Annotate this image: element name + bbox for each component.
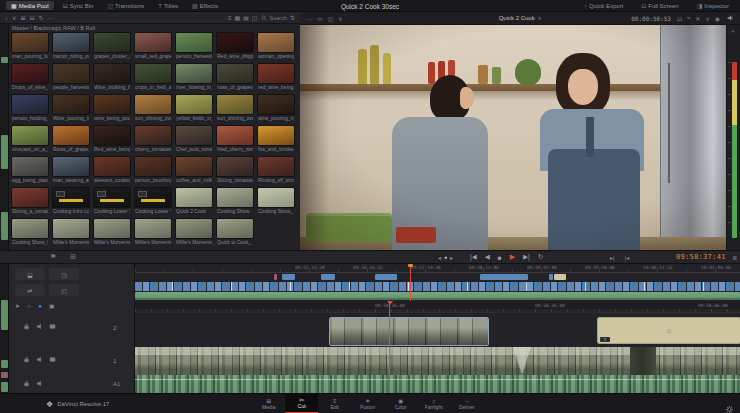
effects-button[interactable]: ▧ Effects — [187, 1, 223, 10]
titles-button[interactable]: T Titles — [153, 2, 183, 10]
bin-strip[interactable] — [0, 24, 9, 393]
loop-button[interactable]: ↻ — [538, 253, 543, 261]
inspector-button[interactable]: ◨ Inspector — [692, 1, 734, 10]
viewer-video[interactable] — [300, 25, 726, 250]
media-pool-button[interactable]: ▦ Media Pool — [6, 1, 54, 10]
search-icon[interactable] — [261, 15, 267, 21]
viewer-options-icon[interactable]: ⋯ — [306, 15, 312, 22]
resolution-icon[interactable]: ▭ — [317, 15, 323, 22]
next-edit-icon[interactable]: ▸| — [610, 254, 615, 261]
fast-review-control[interactable]: ◂ ● ▸ — [438, 254, 453, 261]
camera-icon[interactable]: ≈ — [687, 15, 690, 22]
view-mode-icon[interactable]: ◫ — [328, 15, 334, 22]
media-clip[interactable]: vineyard_on_a_far... — [12, 126, 48, 150]
timeline-options-icon[interactable]: ≣ — [732, 254, 737, 261]
media-clip[interactable]: crops_in_field_at_... — [135, 64, 171, 88]
monitor-icon[interactable] — [49, 356, 56, 363]
lock-icon[interactable] — [23, 323, 30, 330]
media-clip[interactable]: red_wine_being_p... — [258, 64, 294, 88]
media-clip[interactable]: Cooking Lower Thi... — [94, 188, 130, 212]
snap-enabled-icon[interactable]: ● — [38, 303, 42, 309]
flag-icon[interactable]: ⚑ — [50, 253, 56, 261]
media-clip[interactable]: Rinsing_off_tomat... — [258, 157, 294, 181]
media-clip[interactable]: woman_opening_... — [258, 33, 294, 57]
media-clip[interactable]: Quick 2 Cook — [176, 188, 212, 212]
media-clip[interactable]: rows_of_grapevin... — [217, 64, 253, 88]
media-clip[interactable]: Millie's Moments ... — [94, 219, 130, 243]
media-clip[interactable]: Quick to Cook_ — [217, 219, 253, 243]
media-clip[interactable]: Rows_of_grape_tr... — [53, 126, 89, 150]
media-clip[interactable]: Wine_trickling_fro... — [94, 64, 130, 88]
track-a1-waveform[interactable] — [135, 375, 740, 393]
media-clip[interactable]: skewers_cooking_... — [94, 157, 130, 181]
full-screen-button[interactable]: ⊡ Full Screen — [636, 1, 683, 10]
match-frame-icon[interactable]: ⊡ — [677, 15, 682, 22]
metadata-view-icon[interactable]: ◫ — [252, 15, 258, 21]
settings-gear-icon[interactable] — [725, 400, 734, 409]
go-to-end-button[interactable]: ▶| — [523, 253, 530, 261]
media-clip[interactable]: Red_wine_being_p... — [94, 126, 130, 150]
media-clip[interactable]: Millie's Moments ... — [176, 219, 212, 243]
media-clip[interactable]: Cooking Show — [217, 188, 253, 212]
media-clip[interactable]: Millie's Moments ... — [135, 219, 171, 243]
strip-view-icon[interactable]: ▤ — [243, 15, 249, 21]
media-clip[interactable]: small_red_grape_c... — [135, 33, 171, 57]
media-clip[interactable]: Cooking Lower Thi... — [135, 188, 171, 212]
stop-button[interactable]: ■ — [498, 254, 502, 261]
media-clip[interactable]: wine_pouring_into... — [258, 95, 294, 119]
track-v1-filmstrip[interactable] — [135, 347, 740, 375]
media-clip[interactable]: person_holding_a... — [12, 95, 48, 119]
tab-media[interactable]: ⊞ Media — [252, 394, 285, 413]
lock-icon[interactable] — [23, 356, 30, 363]
marker-icon[interactable]: ▣ — [49, 302, 55, 309]
color-badge-icon[interactable]: ◉ — [715, 15, 720, 22]
plus-icon[interactable]: + — [731, 28, 735, 35]
overview-ruler[interactable]: 09:55:33:2809:56:26:3209:57:19:3609:58:1… — [135, 264, 740, 273]
media-clip[interactable]: person_harvestin... — [176, 33, 212, 57]
media-clip[interactable]: Slicing_a_tomato_... — [12, 188, 48, 212]
media-clip[interactable]: fried_cherry_toma... — [217, 126, 253, 150]
timeline-playhead[interactable] — [389, 301, 390, 393]
media-clip[interactable]: sun_shining_over_... — [135, 95, 171, 119]
list-view-icon[interactable]: ≡ — [228, 15, 232, 21]
overview-clip[interactable] — [321, 274, 335, 280]
sync-bin-button[interactable]: ⊟ Sync Bin — [58, 1, 99, 10]
media-clip[interactable]: egg_being_placed... — [12, 157, 48, 181]
overview-track-v1[interactable] — [135, 282, 740, 291]
append-tool[interactable]: ◳ — [49, 268, 79, 280]
tab-fusion[interactable]: ✶ Fusion — [351, 394, 384, 413]
go-to-start-button[interactable]: |◀ — [470, 253, 477, 261]
media-clip[interactable]: grapes_cluster_on... — [94, 33, 130, 57]
overview-audio-track[interactable] — [135, 292, 740, 300]
tab-edit[interactable]: ≡ Edit — [318, 394, 351, 413]
timeline-selector[interactable]: Quick 2 Cook ∨ — [499, 15, 542, 21]
new-bin-icon[interactable]: ⊞ — [20, 15, 25, 21]
media-clip[interactable]: man_wearing_an_... — [53, 157, 89, 181]
tab-cut[interactable]: ✂ Cut — [285, 394, 318, 413]
media-clip[interactable]: Chef_puts_tomat... — [176, 126, 212, 150]
transitions-button[interactable]: ◫ Transitions — [102, 1, 149, 10]
pointer-tool-icon[interactable]: ➤ — [15, 302, 20, 309]
breadcrumb[interactable]: Master / Blackmagic RAW / B Roll — [12, 25, 95, 31]
previous-edit-icon[interactable]: |◂ — [625, 254, 630, 261]
quick-export-button[interactable]: ↑ Quick Export — [579, 2, 628, 10]
mute-icon[interactable] — [36, 380, 43, 387]
media-clip[interactable]: tractor_riding_ove... — [53, 33, 89, 57]
media-clip[interactable]: Slicing_tomatoes_... — [217, 157, 253, 181]
boring-detector-icon[interactable]: ⊞ — [70, 253, 76, 261]
smart-insert-tool[interactable]: ⬓ — [15, 268, 45, 280]
video-clip-v2[interactable] — [330, 318, 488, 345]
thumbnail-view-icon[interactable]: ▦ — [235, 15, 241, 21]
tab-fairlight[interactable]: ♪ Fairlight — [417, 394, 450, 413]
media-clip[interactable]: Cooking Intro Log... — [53, 188, 89, 212]
media-clip[interactable]: sun_shining_over_... — [217, 95, 253, 119]
tab-deliver[interactable]: → Deliver — [450, 394, 483, 413]
overview-clip[interactable] — [282, 274, 295, 280]
snapping-icon[interactable]: ∩ — [27, 303, 31, 309]
overview-clip[interactable] — [554, 274, 566, 280]
more-options-icon[interactable]: ⋯ — [48, 15, 54, 21]
tab-color[interactable]: ◉ Color — [384, 394, 417, 413]
media-clip[interactable]: people_harvesting... — [53, 64, 89, 88]
view-caret-icon[interactable]: ∨ — [338, 15, 342, 22]
mute-icon[interactable] — [36, 356, 43, 363]
